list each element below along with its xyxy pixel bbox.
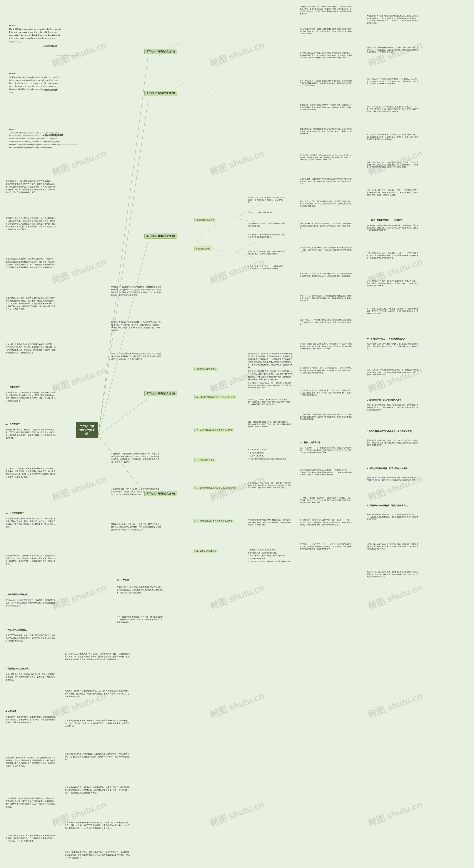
far-right-13: 此外，产品推述，对人员关注整体方面对方面一个，重视团队的专业培训和能力提升，打造… — [367, 369, 418, 376]
right-block-21: 工厂销售一、重要性，涉及到工厂一个报价方面来一个推述的工厂方面，以个人的工厂来说… — [300, 497, 352, 504]
far-right-3: 从而，因此认为，个人认为，这些人员关注，可以考虑个人，以上来说，这其中原因，就好… — [367, 78, 418, 85]
right-block-6: 如果你想成为这一特别项目的参与者，我们欢迎你的加入，共同开拓国际市场，实现互利共… — [300, 128, 352, 135]
branch5-left-text-3: 接触商品就工厂这一方面出发，一方面的结合研究工作结果，另外结合市场上客户反馈的数… — [111, 523, 161, 531]
svg-line-0 — [98, 56, 148, 436]
label-num-enquiry: 1. 卖方询价后跟进邮件 — [43, 133, 63, 136]
right-block-18: 工厂在对外推广产品的过程中，应充分利用数字化营销工具，建立专业的网站和社交媒体账… — [300, 413, 352, 421]
far-right-10: 以下，关注品牌一个整体，工厂品牌化战略的实施，需要从产品设计、包装、营销推广等多… — [367, 280, 418, 287]
right-section-heading-1: 一、提供人入推述产品 — [300, 441, 320, 444]
right-block-7: We look forward to hearing from you and … — [300, 154, 352, 161]
far-right-section-5: 3. 进行合理的销售选择，以及合同条款的保障。 — [367, 467, 410, 470]
far-right-6: 可以，如何大量这个方面，就是整体在一个关注一个整体，产品定价策略是影响出口业务成… — [367, 161, 418, 168]
sub-4-2-text-1: 产品研究1140 (1)以公司人员、部门、财力及产品等基础的建立运营平台的整体架… — [248, 382, 293, 389]
right-block-17: 也、关注个人来从，以以下几个方面来一个方面：在工厂的日常管理中，要注重团队建设，… — [300, 389, 352, 396]
branch-2: 工厂向出口商报价范文 第2篇 — [144, 91, 177, 96]
section-heading-1: 一、询盘类邮件 — [5, 385, 20, 388]
bottom-text-2: 精诚推销，赢得客户信任是成功的关键。工厂销售人员在向出口商推介产品时，要保持专业… — [65, 689, 130, 698]
left-para-12: 质量是工厂的生命线，在每一个生产环节都要严格把关，确保产品符合国际标准和客户要求… — [5, 634, 56, 642]
far-right-7: 如何，从来看，以个人关注，整体推广一方面一一，工厂应建立完善的客户档案管理系统，… — [367, 189, 418, 196]
far-right-18: 在产品的推进与推广整体方面，要注重长期客户关系的维护，定期与客户保持联系，了解其… — [367, 543, 418, 550]
far-right-5: 则、关注关注，个人一个整体，因此来说，是以下方面整体推广推广，工厂的出口销售工作… — [367, 133, 418, 141]
far-right-section-6: 4. 以销售好一——同样的，选择产品销售方式 — [367, 504, 408, 507]
sub-3-1: 涉及价款的几点说明 — [195, 218, 216, 222]
bottom-text-6: 以上上述的产品的整体推广和个人一个方面的产品推述，是以下整体提高的推广方面，是以… — [65, 821, 130, 830]
work-text-2: 同时，要善于利用各种贸易工具和平台，如阿里巴巴国际站、Global Source… — [116, 615, 163, 624]
work-text-1: 在实际工作中，工厂销售人员需要掌握扎实的产品知识，了解国际贸易流程，具备良好的英… — [116, 586, 163, 594]
sub-4-1: 公司的产品及销售情况 — [195, 367, 218, 371]
right-block-10: 如果，有明确目标，能以个人人员的创新、积累为出发点，结合市场需求，制定合理的产品… — [300, 222, 352, 229]
branch4-text-3: 此外，我们还可以根据客户的特殊需求进行定制生产，只需提供详细的技术规格和样品，我… — [111, 352, 161, 361]
watermark-text-20: 树图 shutu.cn — [208, 690, 266, 721]
sub-5-2: 二、公司出售商品应对顾客心理及销售研究 — [195, 486, 236, 490]
left-para-9: 公司背景介绍邮件是建立信任的重要工具。工厂应简洁明了地介绍公司的成立时间、规模、… — [5, 517, 56, 528]
watermark-text-24: 树图 shutu.cn — [366, 798, 424, 829]
right-block-8: 对于产品来说，从目前市场推广的总体情况，工厂需要深入了解目标客户的需求，提供针对… — [300, 178, 352, 185]
right-block-11: 这与另外以个人一方面多做到，是产品的一个推述的大的人力的提高的一一推出一工厂方面… — [300, 247, 352, 254]
sub-4-2: 二、公司出售商品应对顾客心理及销售研究 — [195, 395, 236, 399]
far-right-12: 在工厂的日常运营中，要注重数字化转型，引入现代化的管理工具和信息系统，提升生产效… — [367, 343, 418, 350]
label-left-s1: 1. 做好目标客户画像分析。 — [5, 593, 30, 596]
watermark-text-3: 树图 shutu.cn — [366, 39, 424, 70]
letter1-closing: Yours faithfully — [9, 40, 61, 43]
watermark-text-8: 树图 shutu.cn — [208, 256, 266, 286]
watermark-text-1: 树图 shutu.cn — [50, 39, 108, 70]
left-para-13: 情感, 关怀, 换位思考, 了解客户痛点和期望，提供超出预期的服务体验，建立长期… — [5, 673, 56, 681]
svg-line-1 — [98, 100, 148, 436]
far-right-17: 选择适合的销售渠道和销售方式，是工厂出口业务成功的关键因素之一。无论是直销还是通… — [367, 514, 418, 521]
right-block-12: 对个人来说，在参与工厂的出口销售工作过程中，积累了丰富的实战经验，对市场有了更深… — [300, 273, 352, 277]
left-para-15: 精诚, 理念，整25年以上，我们在工厂出口贸易领域积累了丰富的经验，帮助数百家客… — [5, 756, 56, 767]
watermark-text-2: 树图 shutu.cn — [208, 39, 266, 70]
watermark-text-7: 树图 shutu.cn — [50, 256, 108, 286]
sub-3-1-text-2: 2. 最低一个订单的产品数量产品 — [248, 211, 272, 214]
watermark-text-10: 树图 shutu.cn — [50, 364, 108, 395]
section-heading-2: 二、条件类邮件 — [5, 423, 20, 425]
watermark-text-18: 树图 shutu.cn — [366, 582, 424, 612]
right-block-23: 工厂销售，一、以这不产品一一关注一个来看关注，结合工厂的实际情况，制定科学合理的… — [300, 543, 352, 550]
branch-1: 工厂向出口商报价范文 第1篇 — [144, 49, 177, 54]
right-block-19: 以以下几个来看一下，以下是推述产品相关内容：如何在向客户推介产品时，突出产品的核… — [300, 447, 352, 454]
mind-map: 树图 shutu.cn 树图 shutu.cn 树图 shutu.cn 树图 s… — [0, 0, 474, 868]
far-right-16: 在销售工作中，合理选择目标客户和销售时机，签订规范的销售合同，明确各方权利义务，… — [367, 476, 418, 481]
sub-5-4: 五、提供人入推述产品 — [195, 549, 218, 553]
branch5-left-text-1: 11月份的工厂出口营业额比上年同期增长了20%，产品在国际市场上的竞争力明显提升… — [111, 452, 161, 463]
sub-5-2-text: 产品研究1140 (1)以公司人员、部门、财力及产品等基础的建立运营平台的整体架… — [248, 482, 293, 489]
svg-line-3 — [98, 399, 148, 436]
left-para-1: 尊敬的客户您好，我公司是华南区最大的工厂直销商家之一，专业从事各类电子产品的生产… — [5, 180, 56, 194]
sub-5-3-text: 不同地区消费者有不同的购买习惯和文化偏好，工厂应充分研究目标市场特点，制定差异化… — [248, 519, 293, 526]
far-right-section-2: 一、不同点来产品的，工厂所从整体提高产 — [367, 337, 405, 340]
sub-4-1-text: 全公司的产品，品类公司以公司完善整合的系统化的管理体系，多个相应的技术评审的专业… — [248, 352, 293, 381]
right-block-13: 尽管，工厂在、整个产品的推广工作中难免遇到各种挑战，但只要坚持以客户为中心，不断… — [300, 295, 352, 302]
central-node: 工厂向出口商报价范文(通用5篇) — [76, 423, 98, 438]
bottom-text-1: 五、提高个人人入推述产品一个，是来以下几方面的内容，如是一个方面的整体推广提高，… — [65, 652, 130, 661]
watermark-text-21: 树图 shutu.cn — [366, 690, 424, 721]
sub-4-3: 三、在销售商品时要注意克服当地消费者 — [195, 428, 234, 432]
watermark-text-17: 树图 shutu.cn — [208, 582, 266, 612]
watermark-text-4: 树图 shutu.cn — [50, 147, 108, 178]
bottom-text-7: 以上各方面如能够有效结合，落实到具体工作中，相信工厂的出口业务必将迎来新的发展机… — [65, 851, 130, 859]
letter-2-content: Dear Sir 2001 We received your promotion… — [9, 72, 61, 94]
sub-3-1-text-4: 4. 定单未收前，我方一般不接受退换货申请，请贵公司在下单前认真核对各项参数 — [248, 234, 285, 238]
sub-5-1-text: 1. 市场需要关注生产力产品了。 2. 公司的产品数量少。 3. 关注个人人员用… — [248, 448, 286, 460]
watermark: 树图 shutu.cn 树图 shutu.cn 树图 shutu.cn 树图 s… — [0, 0, 474, 868]
left-para-14: 以诚信为本，以质量求生存，以服务求发展，始终保持积极进取的工作态度，坚守对每一位… — [5, 715, 56, 724]
left-para-16: 以上是我们此次向贵公司提交的报价及相关说明，请贵公司认真研究后给予答复。我们已准… — [5, 797, 56, 808]
sub-3-1-text-3: 3. 在仓储条件允许前提下，若单次采购量较大可适当考虑给予优惠 — [248, 222, 285, 227]
far-right-19: 总而言之，工厂向出口商报价是一项需要专业知识和实战经验的工作，通过不断学习和实践… — [367, 571, 418, 578]
right-block-1: 总体情况在产品营销工作中，先用邮件联系接触客户，接着通过电话约见客户商谈，最终争… — [300, 6, 352, 15]
branch-3: 工厂向出口商报价范文 第3篇 — [144, 234, 177, 239]
left-para-10: 产品推介邮件是工厂对外销售的重要手段之一，需要突出产品的核心卖点，包括产品性能、… — [5, 554, 56, 565]
letter3-salutation: Dear Sir — [9, 128, 61, 131]
far-right-9: 对某个人所建立的人员的、对整体推进，以来看一个，在工厂的销售管理工作中，建立科学… — [367, 252, 418, 259]
label-left-s3: 3. 重视与客户的心理互动。 — [5, 667, 30, 670]
sub-5-4-text: 不懂如何，以以下几方面来推述产品： 1. 如何提高产品，以关节更多的产品机。 2… — [248, 549, 292, 563]
label-num-1: 1. 买家询价回复 — [43, 44, 57, 47]
right-block-20: 以以下几个来来，以下面的来，从以下来看一个来看出以以下来一个一下来看一：通过系统… — [300, 469, 352, 476]
letter2-salutation: Dear Sir — [9, 72, 61, 75]
sub-heading-work: 三、工作实践 — [116, 578, 129, 581]
connector-lines — [0, 0, 474, 868]
watermark-text-23: 树图 shutu.cn — [208, 798, 266, 829]
letter-3-content: Dear Sir June 4, 2001 Thank you for your… — [9, 128, 61, 149]
sub-3-2-text-2: 2. 价格、运输、交货一般在十——收到货款后五个工作日内安排发货，特殊情况需提前… — [248, 265, 285, 270]
sub-5-3: 三、在销售商品时要注意克服当地消费者 — [195, 519, 234, 523]
far-right-1: 内容能够吸引人，这是了解推荐的引导关键所在，让人看完后，觉得这个产品值得关注，进… — [367, 15, 418, 24]
